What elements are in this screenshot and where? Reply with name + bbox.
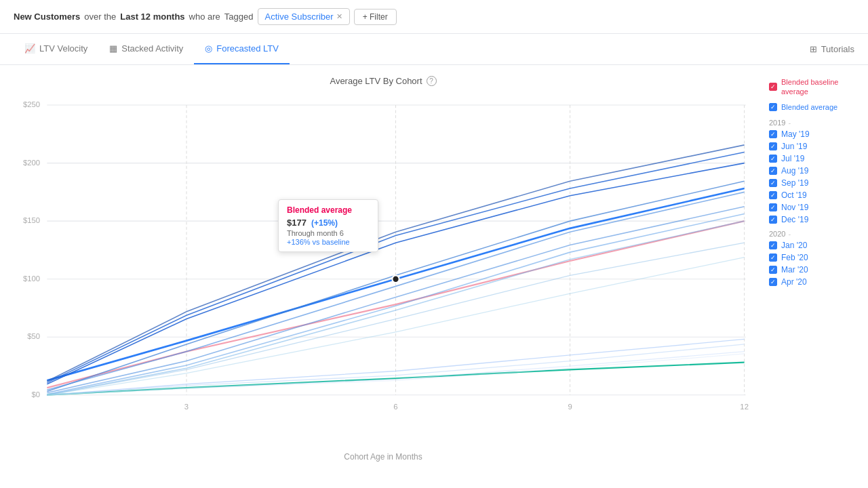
ltv-velocity-label: LTV Velocity (39, 43, 87, 54)
dec19-label: Dec '19 (781, 215, 808, 224)
svg-text:$250: $250 (23, 100, 40, 108)
sep19-label: Sep '19 (781, 178, 808, 188)
chart-svg: $250 $200 $150 $100 $50 $0 3 (14, 94, 753, 449)
legend-item-mar20[interactable]: Mar '20 (769, 264, 859, 276)
legend-year-2019: 2019 - (769, 119, 859, 127)
chart-title-text: Average LTV By Cohort (330, 76, 422, 86)
legend-item-apr20[interactable]: Apr '20 (769, 276, 859, 288)
aug19-checkbox[interactable] (769, 167, 777, 175)
legend-item-nov19[interactable]: Nov '19 (769, 201, 859, 214)
may19-checkbox[interactable] (769, 130, 777, 138)
svg-text:$0: $0 (32, 390, 41, 399)
tabs-left: 📈 LTV Velocity ▦ Stacked Activity ◎ Fore… (14, 34, 810, 64)
nov19-label: Nov '19 (781, 203, 808, 212)
dec19-checkbox[interactable] (769, 216, 777, 224)
close-icon[interactable]: ✕ (336, 12, 342, 21)
legend-item-oct19[interactable]: Oct '19 (769, 189, 859, 201)
legend-item-aug19[interactable]: Aug '19 (769, 165, 859, 177)
apr20-label: Apr '20 (781, 277, 807, 287)
tag-value: Active Subscriber (265, 12, 334, 22)
chart-title: Average LTV By Cohort ? (14, 76, 753, 86)
chart-wrapper: $250 $200 $150 $100 $50 $0 3 (14, 94, 753, 449)
forecasted-ltv-icon: ◎ (205, 43, 212, 54)
jul19-label: Jul '19 (781, 154, 804, 163)
apr20-checkbox[interactable] (769, 278, 777, 286)
who-are-label: who are (189, 12, 220, 22)
legend-blended-average[interactable]: Blended average (769, 101, 859, 113)
forecasted-ltv-label: Forecasted LTV (216, 43, 279, 54)
feb20-label: Feb '20 (781, 253, 808, 262)
oct19-label: Oct '19 (781, 190, 807, 200)
svg-text:$100: $100 (23, 274, 40, 283)
year-2020-dash: - (788, 230, 791, 238)
jun19-checkbox[interactable] (769, 142, 777, 150)
info-icon[interactable]: ? (427, 76, 437, 86)
svg-point-20 (392, 275, 399, 283)
filter-button[interactable]: + Filter (354, 9, 397, 25)
jan20-label: Jan '20 (781, 241, 807, 250)
nov19-checkbox[interactable] (769, 203, 777, 211)
sep19-checkbox[interactable] (769, 179, 777, 187)
svg-text:9: 9 (568, 403, 572, 411)
blended-baseline-label: Blended baseline average (781, 77, 859, 97)
over-the-label: over the (84, 12, 116, 22)
aug19-label: Aug '19 (781, 166, 808, 176)
mar20-label: Mar '20 (781, 265, 808, 274)
tagged-label: Tagged (224, 12, 254, 22)
legend-item-dec19[interactable]: Dec '19 (769, 214, 859, 226)
period-value[interactable]: Last 12 months (120, 12, 184, 22)
main-content: Average LTV By Cohort ? $250 $200 $150 $… (0, 65, 868, 482)
ltv-velocity-icon: 📈 (24, 43, 35, 54)
feb20-checkbox[interactable] (769, 253, 777, 262)
new-customers-label: New Customers (14, 12, 80, 22)
legend-blended-baseline[interactable]: Blended baseline average (769, 76, 859, 98)
svg-text:3: 3 (184, 403, 189, 411)
stacked-activity-icon: ▦ (109, 43, 117, 54)
tab-forecasted-ltv[interactable]: ◎ Forecasted LTV (194, 34, 290, 64)
legend-item-jan20[interactable]: Jan '20 (769, 239, 859, 251)
jan20-checkbox[interactable] (769, 241, 777, 249)
may19-label: May '19 (781, 129, 810, 139)
blended-average-checkbox[interactable] (769, 103, 777, 111)
tab-stacked-activity[interactable]: ▦ Stacked Activity (98, 34, 194, 64)
svg-text:$200: $200 (23, 159, 40, 167)
tutorials-button[interactable]: ⊞ Tutorials (810, 35, 854, 64)
oct19-checkbox[interactable] (769, 191, 777, 199)
legend-panel: Blended baseline average Blended average… (760, 65, 868, 482)
chart-area: Average LTV By Cohort ? $250 $200 $150 $… (0, 65, 760, 482)
legend-item-jun19[interactable]: Jun '19 (769, 140, 859, 152)
tutorials-label: Tutorials (821, 44, 854, 54)
mar20-checkbox[interactable] (769, 266, 777, 274)
legend-item-may19[interactable]: May '19 (769, 128, 859, 140)
year-2019-label: 2019 (769, 119, 785, 127)
blended-baseline-checkbox[interactable] (769, 83, 777, 91)
jul19-checkbox[interactable] (769, 155, 777, 163)
stacked-activity-label: Stacked Activity (121, 43, 183, 54)
x-axis-label: Cohort Age in Months (14, 452, 753, 462)
svg-text:6: 6 (393, 403, 397, 411)
blended-average-label: Blended average (781, 102, 837, 112)
svg-text:$50: $50 (27, 332, 40, 340)
jun19-label: Jun '19 (781, 142, 807, 151)
svg-text:12: 12 (740, 403, 749, 411)
top-bar: New Customers over the Last 12 months wh… (0, 0, 868, 34)
legend-item-sep19[interactable]: Sep '19 (769, 177, 859, 189)
tabs-bar: 📈 LTV Velocity ▦ Stacked Activity ◎ Fore… (0, 34, 868, 65)
legend-item-jul19[interactable]: Jul '19 (769, 152, 859, 165)
tutorials-icon: ⊞ (810, 44, 817, 54)
tag-badge[interactable]: Active Subscriber ✕ (258, 8, 350, 25)
svg-text:$150: $150 (23, 216, 40, 224)
tab-ltv-velocity[interactable]: 📈 LTV Velocity (14, 34, 98, 64)
year-2020-label: 2020 (769, 230, 785, 238)
year-2019-dash: - (788, 119, 791, 127)
legend-year-2020: 2020 - (769, 230, 859, 238)
legend-item-feb20[interactable]: Feb '20 (769, 251, 859, 264)
